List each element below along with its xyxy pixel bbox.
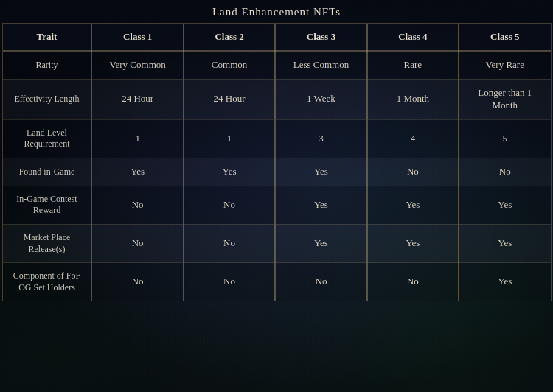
cell-r4-c1: No [184, 186, 275, 224]
cell-r6-c0: No [91, 263, 183, 301]
cell-r3-c2: Yes [275, 158, 366, 186]
nft-table-container: Trait Class 1 Class 2 Class 3 Class 4 Cl… [2, 23, 552, 301]
cell-r4-c2: Yes [275, 186, 366, 224]
table-row: Found in-GameYesYesYesNoNo [3, 158, 551, 186]
col-header-class1: Class 1 [91, 24, 183, 51]
cell-r0-c0: Very Common [91, 51, 183, 79]
cell-r0-c2: Less Common [275, 51, 366, 79]
cell-trait-5: Market Place Release(s) [3, 224, 92, 262]
cell-r4-c3: Yes [367, 186, 459, 224]
col-header-class2: Class 2 [184, 24, 275, 51]
cell-r0-c1: Common [184, 51, 275, 79]
cell-r3-c0: Yes [91, 158, 183, 186]
nft-comparison-table: Trait Class 1 Class 2 Class 3 Class 4 Cl… [3, 24, 551, 301]
cell-r0-c4: Very Rare [459, 51, 550, 79]
page-title: Land Enhancement NFTs [212, 6, 341, 18]
cell-trait-6: Component of FoF OG Set Holders [3, 263, 92, 301]
cell-r6-c1: No [184, 263, 275, 301]
cell-r1-c0: 24 Hour [91, 79, 183, 119]
col-header-class3: Class 3 [275, 24, 366, 51]
cell-r1-c2: 1 Week [275, 79, 366, 119]
cell-r4-c0: No [91, 186, 183, 224]
cell-r5-c4: Yes [459, 224, 550, 262]
cell-trait-1: Effectivity Length [3, 79, 92, 119]
table-header-row: Trait Class 1 Class 2 Class 3 Class 4 Cl… [3, 24, 551, 51]
cell-r5-c0: No [91, 224, 183, 262]
col-header-class5: Class 5 [459, 24, 550, 51]
cell-r5-c1: No [184, 224, 275, 262]
col-header-class4: Class 4 [367, 24, 459, 51]
cell-r1-c4: Longer than 1 Month [459, 79, 550, 119]
cell-trait-4: In-Game Contest Reward [3, 186, 92, 224]
table-row: Land Level Requirement11345 [3, 119, 551, 158]
cell-r3-c4: No [459, 158, 550, 186]
cell-r0-c3: Rare [367, 51, 459, 79]
table-row: Component of FoF OG Set HoldersNoNoNoNoY… [3, 263, 551, 301]
cell-r1-c3: 1 Month [367, 79, 459, 119]
cell-r3-c3: No [367, 158, 459, 186]
table-row: In-Game Contest RewardNoNoYesYesYes [3, 186, 551, 224]
col-header-trait: Trait [3, 24, 92, 51]
cell-r2-c3: 4 [367, 119, 459, 158]
cell-r2-c2: 3 [275, 119, 366, 158]
cell-r6-c4: Yes [459, 263, 550, 301]
cell-trait-0: Rarity [3, 51, 92, 79]
cell-r2-c1: 1 [184, 119, 275, 158]
cell-r6-c3: No [367, 263, 459, 301]
cell-trait-3: Found in-Game [3, 158, 92, 186]
cell-r3-c1: Yes [184, 158, 275, 186]
cell-r5-c2: Yes [275, 224, 366, 262]
cell-r4-c4: Yes [459, 186, 550, 224]
table-row: Effectivity Length24 Hour24 Hour1 Week1 … [3, 79, 551, 119]
cell-r1-c1: 24 Hour [184, 79, 275, 119]
table-row: Market Place Release(s)NoNoYesYesYes [3, 224, 551, 262]
cell-r2-c0: 1 [91, 119, 183, 158]
cell-r6-c2: No [275, 263, 366, 301]
cell-r2-c4: 5 [459, 119, 550, 158]
page-wrapper: Land Enhancement NFTs Trait Class 1 Clas… [0, 0, 553, 392]
cell-r5-c3: Yes [367, 224, 459, 262]
cell-trait-2: Land Level Requirement [3, 119, 92, 158]
table-row: RarityVery CommonCommonLess CommonRareVe… [3, 51, 551, 79]
